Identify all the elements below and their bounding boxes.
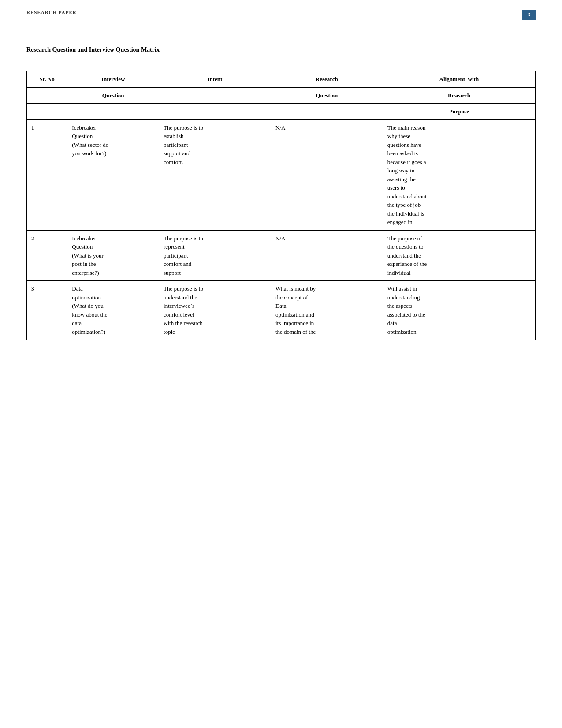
col-header-research: Research: [271, 71, 383, 88]
cell-srno: 1: [27, 119, 67, 230]
cell-intent: The purpose is tounderstand theinterview…: [159, 281, 271, 340]
cell-srno: 3: [27, 281, 67, 340]
cell-interview: Dataoptimization(What do youknow about t…: [67, 281, 159, 340]
cell-research: N/A: [271, 230, 383, 281]
table-row: 3Dataoptimization(What do youknow about …: [27, 281, 536, 340]
col-subheader-srno: [27, 87, 67, 104]
cell-research: What is meant bythe concept ofDataoptimi…: [271, 281, 383, 340]
col-subheader2-research: [271, 104, 383, 120]
col-subheader-intent: [159, 87, 271, 104]
col-subheader-interview: Question: [67, 87, 159, 104]
cell-alignment: Will assist inunderstandingthe aspectsas…: [383, 281, 535, 340]
col-header-intent: Intent: [159, 71, 271, 88]
page-number: 3: [522, 10, 536, 20]
table-row: 2IcebreakerQuestion(What is yourpost in …: [27, 230, 536, 281]
cell-research: N/A: [271, 119, 383, 230]
col-header-alignment: Alignment with: [383, 71, 535, 88]
cell-srno: 2: [27, 230, 67, 281]
col-subheader-research: Question: [271, 87, 383, 104]
col-subheader2-intent: [159, 104, 271, 120]
cell-alignment: The purpose ofthe questions tounderstand…: [383, 230, 535, 281]
col-header-interview: Interview: [67, 71, 159, 88]
cell-intent: The purpose is torepresentparticipantcom…: [159, 230, 271, 281]
col-header-srno: Sr. No: [27, 71, 67, 88]
cell-alignment: The main reasonwhy thesequestions havebe…: [383, 119, 535, 230]
section-title: Research Question and Interview Question…: [26, 46, 536, 53]
col-subheader-alignment: Research: [383, 87, 535, 104]
main-content: Research Question and Interview Question…: [0, 20, 562, 358]
table-body: 1IcebreakerQuestion(What sector doyou wo…: [27, 119, 536, 340]
header-row-1: Sr. No Interview Intent Research Alignme…: [27, 71, 536, 88]
page-header: RESEARCH PAPER 3: [0, 0, 562, 20]
cell-interview: IcebreakerQuestion(What is yourpost in t…: [67, 230, 159, 281]
col-subheader2-srno: [27, 104, 67, 120]
cell-interview: IcebreakerQuestion(What sector doyou wor…: [67, 119, 159, 230]
col-subheader2-interview: [67, 104, 159, 120]
col-subheader2-alignment: Purpose: [383, 104, 535, 120]
header-row-3: Purpose: [27, 104, 536, 120]
cell-intent: The purpose is toestablishparticipantsup…: [159, 119, 271, 230]
header-row-2: Question Question Research: [27, 87, 536, 104]
table-row: 1IcebreakerQuestion(What sector doyou wo…: [27, 119, 536, 230]
header-label: RESEARCH PAPER: [26, 10, 77, 15]
matrix-table: Sr. No Interview Intent Research Alignme…: [26, 71, 536, 340]
